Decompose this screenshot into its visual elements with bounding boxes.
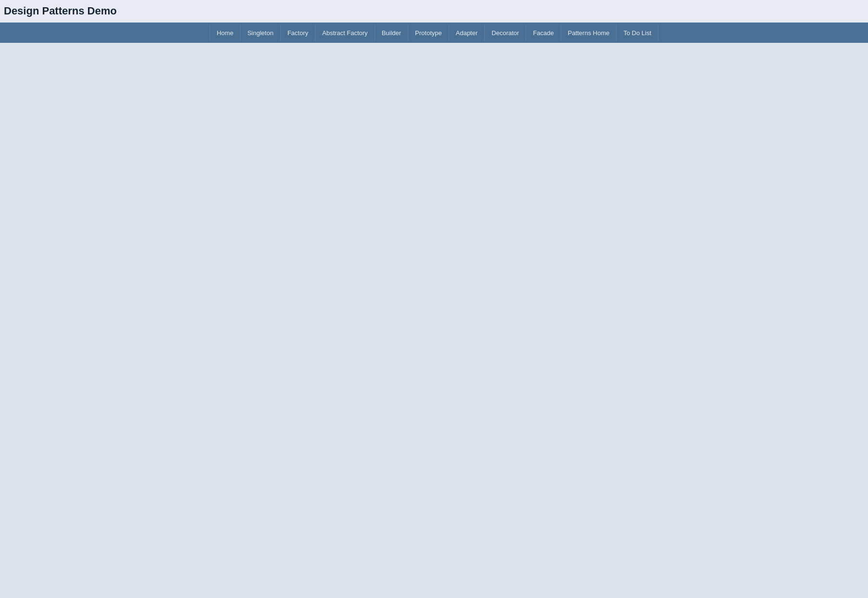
nav-item-facade[interactable]: Facade [526, 25, 561, 41]
nav-item-singleton[interactable]: Singleton [240, 25, 280, 41]
navbar: HomeSingletonFactoryAbstract FactoryBuil… [0, 23, 868, 43]
nav-item-home[interactable]: Home [210, 25, 241, 41]
page-title: Design Patterns Demo [2, 5, 866, 17]
nav-item-to-do-list[interactable]: To Do List [616, 25, 658, 41]
nav-item-builder[interactable]: Builder [375, 25, 408, 41]
page-title-bar: Design Patterns Demo [0, 0, 868, 23]
nav-item-decorator[interactable]: Decorator [485, 25, 526, 41]
nav-item-patterns-home[interactable]: Patterns Home [561, 25, 617, 41]
nav-item-abstract-factory[interactable]: Abstract Factory [315, 25, 375, 41]
nav-item-adapter[interactable]: Adapter [449, 25, 485, 41]
nav-item-prototype[interactable]: Prototype [408, 25, 449, 41]
main-content [0, 43, 868, 596]
nav-item-factory[interactable]: Factory [281, 25, 315, 41]
